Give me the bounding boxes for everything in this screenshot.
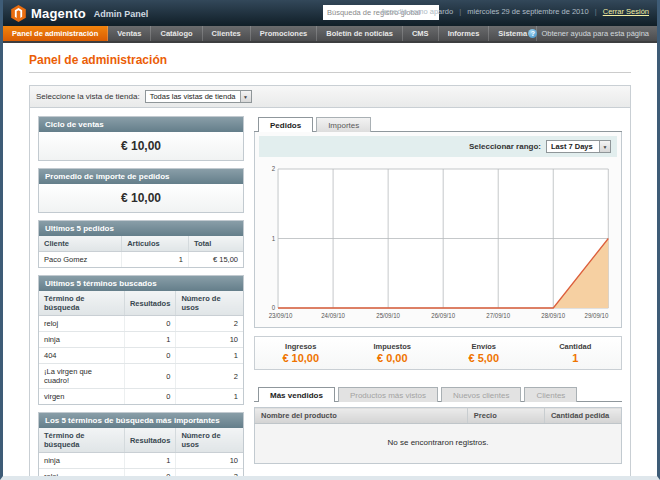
svg-text:1: 1 [272,235,276,242]
last-search-terms-block: Ultimos 5 términos buscados Término de b… [38,275,244,405]
logo-subtitle: Admin Panel [94,9,149,19]
last-search-terms-table: Término de búsqueda Resultados Número de… [39,291,243,404]
svg-text:23/09/10: 23/09/10 [269,312,293,319]
nav-item-customers[interactable]: Clientes [203,26,251,41]
divider: | [595,7,597,16]
nav-item-sales[interactable]: Ventas [108,26,151,41]
top-header: Magento Admin Panel Accedió como apardo … [3,0,657,26]
column-header: Total [188,236,243,252]
nav-item-promotions[interactable]: Promociones [251,26,318,41]
help-label: Obtener ayuda para esta página [541,29,649,38]
nav-item-reports[interactable]: Informes [439,26,490,41]
nav-item-newsletter[interactable]: Boletín de noticias [317,26,403,41]
chevron-down-icon: ▼ [240,91,251,102]
average-orders-value: € 10,00 [39,184,243,212]
logged-in-as: Accedió como apardo [381,7,454,16]
grid-tab-bar: Más vendidos Productos más vistos Nuevos… [254,386,622,402]
nav-item-dashboard[interactable]: Panel de administración [3,26,108,41]
lifetime-sales-block: Ciclo de ventas € 10,00 [38,116,244,161]
column-header: Número de usos [176,291,243,316]
range-band: Seleccionar rango: Last 7 Days ▼ [259,136,617,157]
range-select[interactable]: Last 7 Days ▼ [546,140,611,153]
table-row: reloj 0 2 [39,469,243,480]
table-row: ¡La virgen que cuadro! 0 2 [39,364,243,389]
top-search-terms-table: Término de búsqueda Resultados Número de… [39,428,243,480]
user-info: Accedió como apardo | miércoles 29 de se… [381,7,649,16]
chevron-down-icon: ▼ [599,141,610,152]
block-title: Los 5 términos de búsqueda más important… [39,413,243,428]
tab-amounts[interactable]: Importes [316,117,371,132]
table-row: Paco Gomez 1 € 15,00 [39,252,243,268]
empty-grid-message: No se encontraron registros. [255,424,622,464]
svg-text:28/09/10: 28/09/10 [541,312,565,319]
main-nav: Panel de administración Ventas Catálogo … [3,26,657,43]
block-title: Ultimos 5 pedidos [39,221,243,236]
current-date: miércoles 29 de septiembre de 2010 [467,7,588,16]
column-header: Artículos [122,236,189,252]
table-row: ninja 1 10 [39,332,243,348]
column-header: Cantidad pedida [544,408,621,424]
magento-logo-icon [11,5,26,22]
tab-most-viewed[interactable]: Productos más vistos [338,387,438,402]
stat-tax: Impuestos € 0,00 [347,342,439,364]
last-orders-table: Cliente Artículos Total Paco Gomez 1 € 1… [39,236,243,267]
svg-text:25/09/10: 25/09/10 [376,312,400,319]
table-row: ninja 1 10 [39,453,243,469]
logo-text: Magento [31,6,86,21]
svg-text:26/09/10: 26/09/10 [431,312,455,319]
column-header: Término de búsqueda [39,291,124,316]
tab-orders[interactable]: Pedidos [258,117,313,132]
bestsellers-grid: Nombre del producto Precio Cantidad pedi… [254,407,622,464]
stat-quantity: Cantidad 1 [530,342,622,364]
svg-text:0: 0 [272,304,276,311]
page-title: Panel de administración [29,53,631,73]
column-header: Precio [467,408,544,424]
last-orders-block: Ultimos 5 pedidos Cliente Artículos Tota… [38,220,244,268]
help-icon: ? [528,29,537,38]
table-row: 404 0 1 [39,348,243,364]
divider: | [459,7,461,16]
column-header: Nombre del producto [255,408,468,424]
orders-chart-svg: 01223/09/1024/09/1025/09/1026/09/1027/09… [263,163,613,321]
chart-tab-bar: Pedidos Importes [254,116,622,132]
tab-bestsellers[interactable]: Más vendidos [258,387,335,402]
stat-shipping: Envíos € 5,00 [438,342,530,364]
admin-window: Magento Admin Panel Accedió como apardo … [0,0,660,480]
dashboard-container: Seleccione la vista de tienda: Todas las… [29,85,631,480]
column-header: Resultados [124,291,175,316]
totals-bar: Ingresos € 10,00 Impuestos € 0,00 Envíos… [254,336,622,370]
orders-chart: 01223/09/1024/09/1025/09/1026/09/1027/09… [259,157,617,323]
block-title: Ciclo de ventas [39,117,243,132]
help-link[interactable]: ? Obtener ayuda para esta página [528,26,649,41]
svg-text:2: 2 [272,165,276,172]
column-header: Cliente [39,236,122,252]
store-view-select[interactable]: Todas las vistas de tienda ▼ [145,90,252,103]
column-header: Término de búsqueda [39,428,124,453]
chart-panel: Seleccionar rango: Last 7 Days ▼ 01223/0… [254,132,622,328]
tab-customers[interactable]: Clientes [524,387,577,402]
nav-item-cms[interactable]: CMS [403,26,439,41]
svg-text:24/09/10: 24/09/10 [321,312,345,319]
tab-new-customers[interactable]: Nuevos clientes [441,387,521,402]
nav-item-catalog[interactable]: Catálogo [151,26,202,41]
block-title: Promedio de importe de pedidos [39,169,243,184]
range-label: Seleccionar rango: [469,142,541,151]
table-row: reloj 0 2 [39,316,243,332]
svg-text:29/09/10: 29/09/10 [585,312,609,319]
lifetime-sales-value: € 10,00 [39,132,243,160]
logout-link[interactable]: Cerrar Sesión [603,7,649,16]
magento-logo: Magento Admin Panel [11,5,148,22]
dashboard-sidebar: Ciclo de ventas € 10,00 Promedio de impo… [38,116,244,480]
stat-revenue: Ingresos € 10,00 [255,342,347,364]
average-orders-block: Promedio de importe de pedidos € 10,00 [38,168,244,213]
column-header: Número de usos [176,428,243,453]
table-row: virgen 0 1 [39,389,243,405]
dashboard-main: Pedidos Importes Seleccionar rango: Last… [254,116,622,480]
block-title: Ultimos 5 términos buscados [39,276,243,291]
column-header: Resultados [124,428,175,453]
top-search-terms-block: Los 5 términos de búsqueda más important… [38,412,244,480]
svg-text:27/09/10: 27/09/10 [486,312,510,319]
store-switcher-label: Seleccione la vista de tienda: [36,92,140,101]
store-switcher: Seleccione la vista de tienda: Todas las… [30,86,630,108]
